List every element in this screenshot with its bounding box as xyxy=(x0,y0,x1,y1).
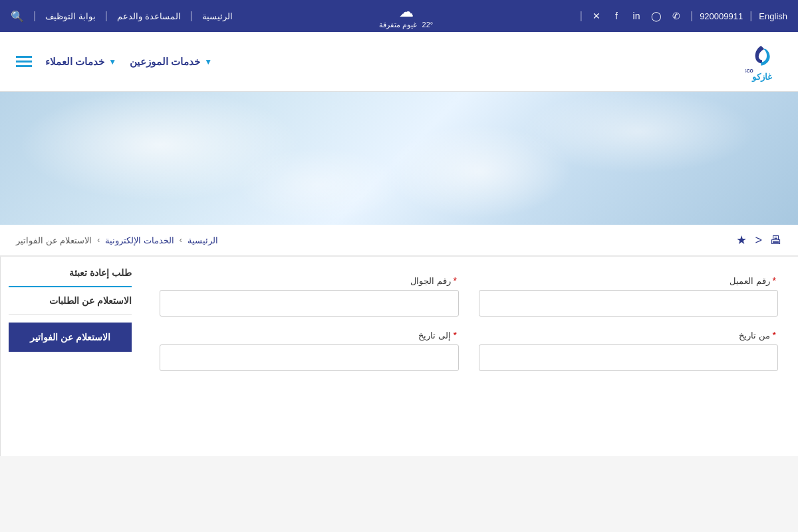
sidebar-item-refill[interactable]: طلب إعادة تعبئة xyxy=(9,267,132,287)
weather-temp: 22° xyxy=(422,21,434,29)
divider3: | xyxy=(580,10,583,22)
divider6: | xyxy=(33,10,36,22)
main-nav: ▼ خدمات الموزعين ▼ خدمات العملاء xyxy=(16,56,212,68)
right-sidebar: طلب إعادة تعبئة الاستعلام عن الطلبات الا… xyxy=(0,257,140,456)
nav-distributor-label: خدمات الموزعين xyxy=(130,56,200,68)
hamburger-menu[interactable] xyxy=(16,56,32,67)
top-bar-right: الرئيسية | المساعدة والدعم | بوابة التوظ… xyxy=(11,10,233,23)
divider4: | xyxy=(190,10,193,22)
twitter-icon[interactable]: ✕ xyxy=(589,9,604,23)
sidebar-item-bills[interactable]: الاستعلام عن الفواتير xyxy=(9,323,132,352)
linkedin-icon[interactable]: in xyxy=(629,9,644,23)
required-star1: * xyxy=(773,275,776,286)
nav-customer-services[interactable]: ▼ خدمات العملاء xyxy=(45,56,116,68)
to-date-label: * إلى تاريخ xyxy=(160,330,459,340)
main-header: GASCO غازكو ▼ خدمات الموزعين ▼ خدمات الع… xyxy=(0,32,798,92)
divider1: | xyxy=(749,10,752,22)
main-content: * رقم العميل * رقم الجوال * من تاريخ xyxy=(0,257,798,456)
required-star3: * xyxy=(773,330,776,340)
instagram-icon[interactable]: ◯ xyxy=(649,9,664,23)
required-star2: * xyxy=(454,275,457,286)
english-link[interactable]: English xyxy=(759,11,787,21)
facebook-icon[interactable]: f xyxy=(609,9,624,23)
arrow-icon: ▼ xyxy=(204,57,212,66)
sidebar-refill-label: طلب إعادة تعبئة xyxy=(69,267,132,278)
nav-home-link[interactable]: الرئيسية xyxy=(202,11,233,21)
sidebar-item-orders[interactable]: الاستعلام عن الطلبات xyxy=(9,295,132,315)
hero-banner xyxy=(0,92,798,225)
weather-widget: ☁ 22° غيوم متفرقة xyxy=(379,3,433,29)
to-date-input[interactable] xyxy=(160,344,459,371)
divider2: | xyxy=(690,10,693,22)
top-bar: English | 920009911 | ✆ ◯ in f ✕ | ☁ 22°… xyxy=(0,0,798,32)
from-date-input[interactable] xyxy=(479,344,778,371)
from-date-label: * من تاريخ xyxy=(479,330,778,340)
logo[interactable]: GASCO غازكو xyxy=(742,39,782,85)
share-icon[interactable]: < xyxy=(755,233,762,247)
customer-number-field: * رقم العميل xyxy=(479,275,778,317)
logo-area: GASCO غازكو xyxy=(742,39,782,85)
form-section: * رقم العميل * رقم الجوال * من تاريخ xyxy=(140,257,798,456)
weather-desc: غيوم متفرقة xyxy=(379,21,417,29)
bookmark-icon[interactable]: ★ xyxy=(736,233,747,247)
breadcrumb-sep1: › xyxy=(180,235,182,245)
to-date-field: * إلى تاريخ xyxy=(160,330,459,371)
sidebar-orders-label: الاستعلام عن الطلبات xyxy=(49,295,132,306)
mobile-number-field: * رقم الجوال xyxy=(160,275,459,317)
from-date-field: * من تاريخ xyxy=(479,330,778,371)
breadcrumb-sep2: › xyxy=(97,235,100,245)
form-grid: * رقم العميل * رقم الجوال * من تاريخ xyxy=(160,275,778,371)
breadcrumb: الرئيسية › الخدمات الإلكترونية › الاستعل… xyxy=(16,235,218,245)
customer-number-input[interactable] xyxy=(479,290,778,317)
top-bar-left: English | 920009911 | ✆ ◯ in f ✕ | xyxy=(580,9,787,23)
nav-jobs-link[interactable]: بوابة التوظيف xyxy=(45,11,96,21)
arrow-icon2: ▼ xyxy=(108,57,116,66)
breadcrumb-home[interactable]: الرئيسية xyxy=(188,235,218,245)
search-icon-top[interactable]: 🔍 xyxy=(11,10,24,23)
hero-clouds xyxy=(0,92,798,225)
customer-number-label: * رقم العميل xyxy=(479,275,778,286)
print-icon[interactable]: 🖶 xyxy=(770,233,782,247)
nav-support-link[interactable]: المساعدة والدعم xyxy=(117,11,181,21)
nav-distributor-services[interactable]: ▼ خدمات الموزعين xyxy=(130,56,212,68)
divider5: | xyxy=(105,10,108,22)
breadcrumb-bar: 🖶 < ★ الرئيسية › الخدمات الإلكترونية › ا… xyxy=(0,225,798,257)
breadcrumb-current: الاستعلام عن الفواتير xyxy=(16,235,92,245)
logo-arabic: غازكو xyxy=(752,72,772,82)
breadcrumb-level1[interactable]: الخدمات الإلكترونية xyxy=(105,235,174,245)
sidebar-bills-label: الاستعلام عن الفواتير xyxy=(30,332,110,342)
breadcrumb-actions: 🖶 < ★ xyxy=(736,233,782,247)
social-icons: ✆ ◯ in f ✕ xyxy=(589,9,684,23)
phone-number[interactable]: 920009911 xyxy=(700,11,743,21)
mobile-number-input[interactable] xyxy=(160,290,459,317)
whatsapp-icon[interactable]: ✆ xyxy=(669,9,684,23)
nav-customer-label: خدمات العملاء xyxy=(45,56,104,68)
required-star4: * xyxy=(454,330,457,340)
mobile-number-label: * رقم الجوال xyxy=(160,275,459,286)
